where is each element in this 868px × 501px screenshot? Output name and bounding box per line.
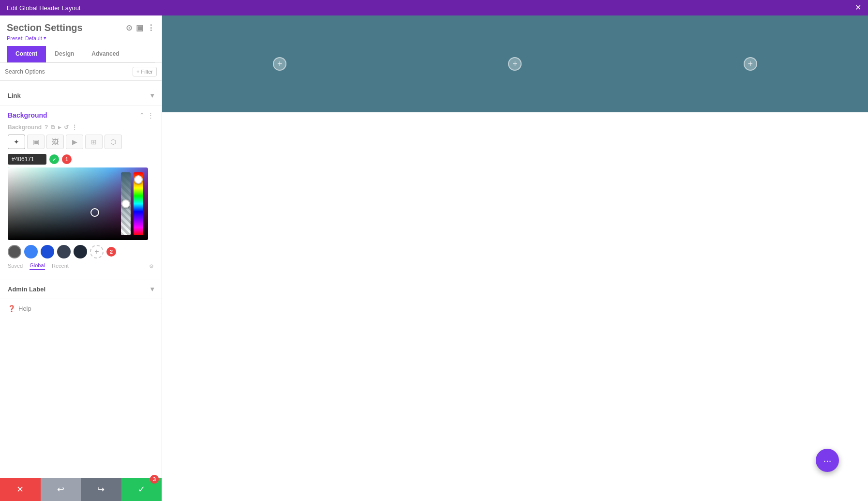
search-input[interactable] bbox=[5, 68, 130, 75]
swatch-dark-gray[interactable] bbox=[74, 245, 87, 258]
bg-type-solid[interactable]: ✦ bbox=[8, 135, 25, 149]
fab-icon: ··· bbox=[823, 455, 832, 466]
fullscreen-icon[interactable]: ⊙ bbox=[126, 23, 132, 32]
link-chevron-icon: ▾ bbox=[150, 91, 154, 99]
color-hex-input[interactable] bbox=[8, 154, 46, 165]
alpha-slider[interactable] bbox=[121, 172, 131, 235]
background-section-header: Background ⌃ ⋮ bbox=[8, 111, 154, 119]
preset-label[interactable]: Preset: Default ▾ bbox=[7, 35, 155, 41]
color-hex-row: ✓ 1 bbox=[8, 154, 154, 165]
link-section-header[interactable]: Link ▾ bbox=[0, 86, 162, 105]
tab-advanced[interactable]: Advanced bbox=[83, 46, 128, 62]
sidebar: Section Settings ⊙ ▣ ⋮ Preset: Default ▾… bbox=[0, 15, 162, 501]
sidebar-header: Section Settings ⊙ ▣ ⋮ Preset: Default ▾… bbox=[0, 15, 162, 63]
link-section: Link ▾ bbox=[0, 86, 162, 106]
color-tab-saved[interactable]: Saved bbox=[8, 263, 23, 270]
color-tabs: Saved Global Recent ⚙ bbox=[8, 262, 154, 273]
canvas-area: + + + ··· bbox=[162, 15, 868, 501]
redo-icon: ↪ bbox=[97, 484, 105, 495]
color-gradient-canvas[interactable] bbox=[8, 167, 148, 240]
save-icon: ✓ bbox=[138, 484, 145, 495]
tab-design[interactable]: Design bbox=[46, 46, 83, 62]
background-label-row: Background ? ⧉ ▸ ↺ ⋮ bbox=[8, 124, 154, 131]
color-tab-settings-icon[interactable]: ⚙ bbox=[149, 263, 154, 270]
canvas-plus-3[interactable]: + bbox=[744, 57, 757, 71]
section-title-row: Section Settings ⊙ ▣ ⋮ bbox=[7, 22, 155, 33]
copy-icon[interactable]: ⧉ bbox=[51, 124, 55, 131]
color-tab-recent[interactable]: Recent bbox=[52, 263, 69, 270]
swatch-active[interactable] bbox=[8, 245, 21, 258]
main-layout: Section Settings ⊙ ▣ ⋮ Preset: Default ▾… bbox=[0, 15, 868, 501]
bg-type-video[interactable]: ▶ bbox=[66, 135, 83, 149]
bg-type-pattern[interactable]: ⊞ bbox=[85, 135, 103, 149]
bg-type-gradient[interactable]: ▣ bbox=[27, 135, 45, 149]
cancel-button[interactable]: ✕ bbox=[0, 478, 41, 501]
color-cursor[interactable] bbox=[90, 208, 99, 217]
swatch-gray[interactable] bbox=[57, 245, 71, 258]
bottom-toolbar: ✕ ↩ ↪ ✓ 3 bbox=[0, 478, 162, 501]
reset-icon[interactable]: ↺ bbox=[64, 124, 69, 131]
admin-label-header[interactable]: Admin Label ▾ bbox=[0, 279, 162, 299]
color-tab-global[interactable]: Global bbox=[30, 262, 45, 270]
filter-button[interactable]: + Filter bbox=[133, 67, 157, 76]
undo-button[interactable]: ↩ bbox=[41, 478, 81, 501]
canvas-content bbox=[162, 112, 868, 501]
undo-icon: ↩ bbox=[57, 484, 64, 495]
cursor-icon[interactable]: ▸ bbox=[58, 124, 61, 131]
section-title-icons: ⊙ ▣ ⋮ bbox=[126, 23, 155, 32]
background-section: Background ⌃ ⋮ Background ? ⧉ ▸ ↺ ⋮ bbox=[0, 106, 162, 279]
swatch-blue[interactable] bbox=[24, 245, 38, 258]
save-button[interactable]: ✓ 3 bbox=[121, 478, 162, 501]
admin-label-chevron: ▾ bbox=[150, 285, 154, 293]
badge-2: 2 bbox=[106, 247, 116, 257]
bg-type-mask[interactable]: ⬡ bbox=[105, 135, 122, 149]
help-label: Help bbox=[18, 305, 31, 312]
redo-button[interactable]: ↪ bbox=[81, 478, 121, 501]
split-icon[interactable]: ▣ bbox=[136, 23, 143, 32]
title-bar: Edit Global Header Layout ✕ bbox=[0, 0, 868, 15]
background-section-controls: ⌃ ⋮ bbox=[139, 112, 154, 119]
admin-label-text: Admin Label bbox=[8, 286, 45, 293]
sidebar-content: Link ▾ Background ⌃ ⋮ Background ? ⧉ bbox=[0, 81, 162, 478]
hue-handle[interactable] bbox=[134, 175, 143, 184]
link-label: Link bbox=[8, 92, 21, 99]
color-swatches: + 2 bbox=[8, 245, 154, 258]
title-bar-label: Edit Global Header Layout bbox=[7, 4, 80, 12]
canvas-header: + + + bbox=[162, 15, 868, 112]
help-section[interactable]: ❓ Help bbox=[0, 299, 162, 318]
alpha-handle[interactable] bbox=[121, 199, 130, 208]
hue-slider[interactable] bbox=[134, 172, 143, 235]
color-hex-confirm[interactable]: ✓ bbox=[49, 154, 59, 164]
swatch-dark-blue[interactable] bbox=[41, 245, 54, 258]
bg-type-image[interactable]: 🖼 bbox=[46, 135, 64, 149]
background-label: Background bbox=[8, 124, 42, 131]
collapse-icon[interactable]: ⌃ bbox=[139, 112, 145, 119]
more-icon[interactable]: ⋮ bbox=[147, 23, 155, 32]
fab-button[interactable]: ··· bbox=[816, 449, 839, 472]
tab-content[interactable]: Content bbox=[7, 46, 46, 62]
background-title: Background bbox=[8, 111, 47, 119]
section-title-text: Section Settings bbox=[7, 22, 83, 33]
close-button[interactable]: ✕ bbox=[855, 4, 861, 12]
background-more-icon[interactable]: ⋮ bbox=[148, 112, 154, 119]
swatch-add-button[interactable]: + bbox=[90, 245, 104, 258]
cancel-icon: ✕ bbox=[16, 484, 24, 495]
canvas-plus-1[interactable]: + bbox=[273, 57, 286, 71]
help-icon-circle: ❓ bbox=[8, 305, 15, 312]
search-bar: + Filter bbox=[0, 63, 162, 81]
settings-dots-icon[interactable]: ⋮ bbox=[72, 124, 77, 131]
tabs: Content Design Advanced bbox=[7, 46, 155, 62]
preset-chevron: ▾ bbox=[44, 35, 46, 41]
admin-label-section: Admin Label ▾ bbox=[0, 279, 162, 299]
canvas-plus-2[interactable]: + bbox=[508, 57, 522, 71]
bg-type-icons: ✦ ▣ 🖼 ▶ ⊞ ⬡ bbox=[8, 135, 154, 149]
save-badge: 3 bbox=[150, 475, 159, 484]
badge-1: 1 bbox=[62, 154, 72, 164]
help-icon: ? bbox=[45, 124, 48, 131]
